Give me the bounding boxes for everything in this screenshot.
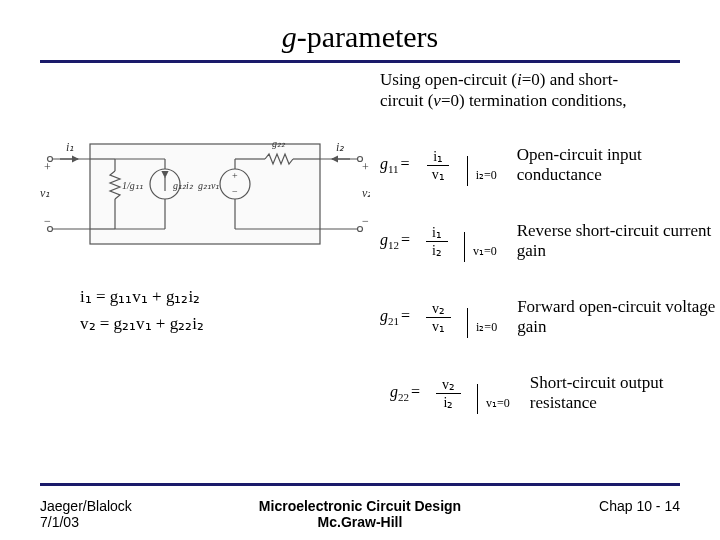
eq-v2: v₂ = g₂₁v₁ + g₂₂i₂ [80, 310, 204, 337]
svg-text:g₂₂: g₂₂ [272, 138, 286, 149]
svg-text:g₂₁v₁: g₂₁v₁ [198, 180, 219, 191]
footer-page: Chap 10 - 14 [520, 498, 680, 514]
svg-text:+: + [362, 160, 369, 174]
eq-i1: i₁ = g₁₁v₁ + g₁₂i₂ [80, 283, 204, 310]
circuit-diagram: i₁ i₂ v₁ v₂ + − + − 1/g₁₁ g₁₂i₂ g₂₁v₁ + … [40, 119, 370, 269]
footer-left: Jaeger/Blalock 7/1/03 [40, 498, 200, 530]
intro-text: Using open-circuit (i=0) and short-circu… [380, 69, 660, 112]
desc-g12: Reverse short-circuit current gain [517, 221, 717, 262]
footer-right: Chap 10 - 14 [520, 498, 680, 514]
footer-author: Jaeger/Blalock [40, 498, 200, 514]
param-g22: g22= v₂i₂ v₁=0 Short-circuit output resi… [390, 373, 720, 414]
svg-text:i₁: i₁ [66, 140, 74, 154]
svg-text:−: − [362, 214, 369, 228]
svg-text:−: − [44, 214, 51, 228]
page-title: g-parameters [0, 0, 720, 60]
param-g11: g11= i₁v₁ i₂=0 Open-circuit input conduc… [380, 145, 717, 186]
svg-text:+: + [232, 170, 238, 181]
svg-text:+: + [44, 160, 51, 174]
svg-text:g₁₂i₂: g₁₂i₂ [173, 180, 194, 191]
svg-text:−: − [232, 186, 238, 197]
svg-text:v₁: v₁ [40, 186, 50, 200]
param-g12: g12= i₁i₂ v₁=0 Reverse short-circuit cur… [380, 221, 717, 262]
svg-text:v₂: v₂ [362, 186, 370, 200]
desc-g22: Short-circuit output resistance [530, 373, 720, 414]
svg-text:i₂: i₂ [336, 140, 345, 154]
desc-g11: Open-circuit input conductance [517, 145, 717, 186]
param-g21: g21= v₂v₁ i₂=0 Forward open-circuit volt… [380, 297, 717, 338]
title-rest: -parameters [297, 20, 439, 53]
footer: Jaeger/Blalock 7/1/03 Microelectronic Ci… [40, 498, 680, 530]
content-area: Using open-circuit (i=0) and short-circu… [0, 63, 720, 71]
footer-date: 7/1/03 [40, 514, 200, 530]
title-prefix: g [282, 20, 297, 53]
footer-center: Microelectronic Circuit Design Mc.Graw-H… [200, 498, 520, 530]
desc-g21: Forward open-circuit voltage gain [517, 297, 717, 338]
footer-book1: Microelectronic Circuit Design [200, 498, 520, 514]
model-equations: i₁ = g₁₁v₁ + g₁₂i₂ v₂ = g₂₁v₁ + g₂₂i₂ [80, 283, 204, 337]
svg-text:1/g₁₁: 1/g₁₁ [122, 180, 143, 191]
footer-book2: Mc.Graw-Hill [200, 514, 520, 530]
divider-bottom [40, 483, 680, 486]
